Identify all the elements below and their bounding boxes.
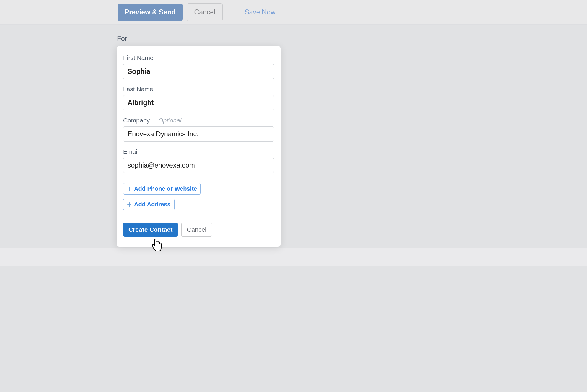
- form-action-row: Create Contact Cancel: [123, 223, 274, 237]
- extra-buttons-group: Add Phone or Website Add Address: [123, 179, 274, 210]
- top-cancel-button[interactable]: Cancel: [187, 3, 223, 21]
- last-name-label: Last Name: [123, 86, 274, 93]
- top-bar-actions: Preview & Send Cancel Save Now: [118, 3, 275, 21]
- first-name-label: First Name: [123, 54, 274, 61]
- email-field-block: Email: [123, 148, 274, 173]
- email-input[interactable]: [123, 158, 274, 173]
- company-label: Company – Optional: [123, 117, 274, 124]
- bottom-strip: [0, 248, 587, 266]
- add-phone-website-button[interactable]: Add Phone or Website: [123, 183, 201, 195]
- plus-icon: [127, 202, 132, 207]
- add-phone-website-label: Add Phone or Website: [134, 185, 197, 192]
- add-address-button[interactable]: Add Address: [123, 199, 175, 210]
- for-label: For: [117, 35, 127, 43]
- email-label: Email: [123, 148, 274, 155]
- first-name-field-block: First Name: [123, 54, 274, 79]
- add-address-label: Add Address: [134, 201, 171, 208]
- company-label-text: Company: [123, 117, 150, 124]
- last-name-field-block: Last Name: [123, 86, 274, 110]
- page-body: For First Name Last Name Company – Optio…: [0, 24, 587, 392]
- company-field-block: Company – Optional: [123, 117, 274, 142]
- company-optional-hint: – Optional: [153, 117, 182, 124]
- contact-form-panel: First Name Last Name Company – Optional …: [117, 46, 281, 247]
- top-bar: Preview & Send Cancel Save Now: [0, 0, 587, 24]
- form-cancel-button[interactable]: Cancel: [181, 223, 212, 237]
- last-name-input[interactable]: [123, 95, 274, 110]
- plus-icon: [127, 187, 132, 191]
- create-contact-button[interactable]: Create Contact: [123, 223, 178, 237]
- save-now-link[interactable]: Save Now: [244, 8, 275, 16]
- company-input[interactable]: [123, 126, 274, 142]
- first-name-input[interactable]: [123, 64, 274, 79]
- preview-send-button[interactable]: Preview & Send: [118, 4, 183, 21]
